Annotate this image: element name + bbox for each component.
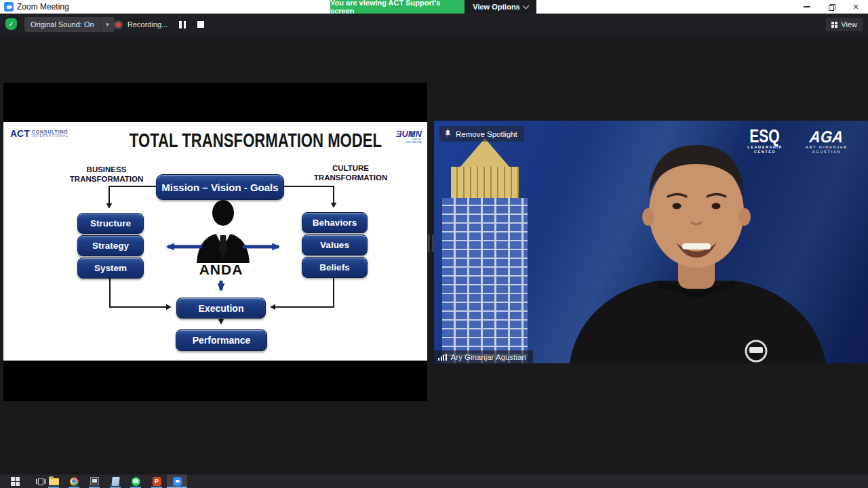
close-button[interactable]: ✕ bbox=[844, 0, 868, 14]
execution-box: Execution bbox=[176, 298, 266, 319]
culture-transformation-label: CULTURE TRANSFORMATION bbox=[296, 164, 405, 182]
recording-dot-icon bbox=[114, 20, 123, 29]
folder-icon bbox=[49, 478, 59, 485]
window-title: Zoom Meeting bbox=[17, 0, 69, 14]
meeting-toolbar: Unmute Stop Video Security bbox=[0, 439, 868, 474]
connection-signal-icon bbox=[438, 353, 447, 361]
zoom-camera-icon bbox=[173, 477, 182, 486]
strategy-box: Strategy bbox=[77, 235, 144, 256]
windows-taskbar: ☎ P 59% 16:05 bbox=[0, 474, 868, 488]
act-consulting-logo: ACT CONSULTING INTERNATIONAL bbox=[10, 129, 68, 138]
panel-resize-handle[interactable] bbox=[429, 235, 433, 252]
business-transformation-label: BUSINESS TRANSFORMATION bbox=[52, 165, 161, 184]
stop-recording-icon[interactable] bbox=[197, 21, 204, 28]
pin-icon bbox=[444, 129, 452, 138]
letterbox-top bbox=[3, 83, 427, 122]
original-sound-button[interactable]: Original Sound: On ▾ bbox=[24, 17, 115, 32]
esq-leadership-logo: ESQ LEADERSHIP CENTER bbox=[741, 127, 789, 155]
structure-box: Structure bbox=[77, 213, 144, 234]
document-app-button[interactable] bbox=[105, 474, 125, 488]
zoom-taskbar-button[interactable] bbox=[167, 474, 187, 488]
pause-recording-icon[interactable] bbox=[179, 21, 186, 28]
chevron-down-icon bbox=[522, 3, 529, 9]
encryption-shield-icon: ✓ bbox=[5, 18, 17, 30]
view-options-button[interactable]: View Options bbox=[465, 0, 536, 14]
behaviors-box: Behaviors bbox=[302, 212, 368, 233]
mission-vision-goals-box: Mission – Vision - Goals bbox=[156, 174, 284, 200]
recording-indicator: Recording... bbox=[114, 17, 204, 32]
letterbox-bottom bbox=[3, 361, 427, 401]
window-titlebar: Zoom Meeting You are viewing ACT Support… bbox=[0, 0, 868, 14]
viewing-screen-banner: You are viewing ACT Support's screen bbox=[330, 0, 465, 14]
beliefs-box: Beliefs bbox=[302, 257, 368, 278]
document-icon bbox=[111, 477, 119, 486]
ary-ginanjar-logo: AGA ARY GINANJAR AGUSTIAN bbox=[795, 129, 858, 155]
whatsapp-button[interactable]: ☎ bbox=[125, 474, 146, 488]
participant-name-label: Ary Ginanjar Agustian bbox=[434, 350, 533, 363]
speaker-portrait bbox=[434, 121, 868, 363]
zoom-app-icon bbox=[4, 2, 14, 12]
meeting-top-bar: ✓ Original Sound: On ▾ Recording... View bbox=[0, 14, 868, 35]
remove-spotlight-button[interactable]: Remove Spotlight bbox=[439, 126, 524, 142]
zoom-meeting-window: Zoom Meeting You are viewing ACT Support… bbox=[0, 0, 868, 488]
grid-view-icon bbox=[831, 22, 837, 28]
media-app-button[interactable] bbox=[84, 474, 104, 488]
restore-icon bbox=[829, 4, 835, 10]
powerpoint-icon: P bbox=[153, 477, 161, 486]
restore-button[interactable] bbox=[819, 0, 844, 14]
file-explorer-button[interactable] bbox=[43, 474, 64, 488]
view-layout-button[interactable]: View bbox=[826, 18, 863, 31]
powerpoint-button[interactable]: P bbox=[146, 474, 167, 488]
whatsapp-icon: ☎ bbox=[132, 477, 140, 486]
chrome-button[interactable] bbox=[64, 474, 84, 488]
minimize-icon bbox=[804, 6, 810, 7]
windows-logo-icon bbox=[11, 477, 20, 486]
app-window-icon bbox=[90, 477, 99, 485]
spotlight-video-tile: Remove Spotlight ESQ LEADERSHIP CENTER A… bbox=[434, 121, 868, 363]
shared-slide: ACT CONSULTING INTERNATIONAL TOTAL TRANS… bbox=[3, 122, 427, 361]
bumn-logo: ƎUMN UNTUK INDONESIA bbox=[396, 130, 422, 144]
anda-label: ANDA bbox=[186, 262, 256, 278]
start-button[interactable] bbox=[0, 474, 31, 488]
values-box: Values bbox=[302, 235, 368, 256]
minimize-button[interactable] bbox=[795, 0, 819, 14]
dropdown-arrow-icon[interactable]: ▾ bbox=[100, 17, 115, 32]
performance-box: Performance bbox=[176, 329, 267, 351]
slide-title: TOTAL TRANSFORMATION MODEL® bbox=[102, 130, 336, 151]
person-silhouette-icon bbox=[191, 198, 256, 263]
chrome-icon bbox=[70, 477, 79, 486]
system-box: System bbox=[77, 258, 144, 279]
